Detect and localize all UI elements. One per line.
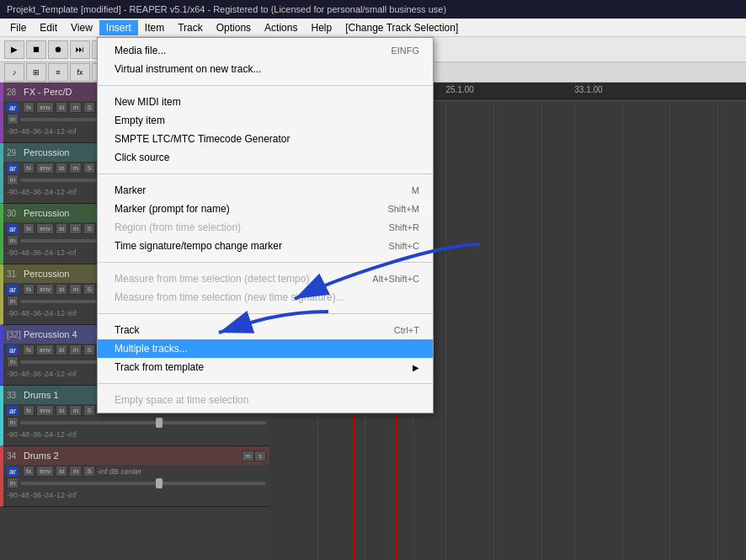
fx-btn[interactable]: fx (23, 405, 35, 416)
menu-new-midi[interactable]: New MIDI item (98, 93, 433, 111)
menu-empty-item[interactable]: Empty item (98, 111, 433, 130)
in-btn[interactable]: in (7, 114, 19, 125)
s-btn[interactable]: S (83, 405, 95, 416)
fader[interactable] (20, 482, 266, 485)
env-btn[interactable]: env (36, 405, 54, 416)
env-btn[interactable]: env (36, 284, 54, 295)
meter-label: -48 (19, 127, 29, 136)
fx-btn[interactable]: fx (23, 163, 35, 173)
menu-multiple-tracks[interactable]: Multiple tracks... (98, 339, 433, 358)
meter-label: -36 (30, 309, 41, 317)
menu-edit[interactable]: Edit (33, 20, 64, 35)
menu-help[interactable]: Help (304, 20, 338, 35)
menu-marker[interactable]: Marker M (98, 181, 433, 200)
track-mute-btn[interactable]: m (242, 451, 254, 461)
io-btn[interactable]: io (56, 163, 67, 173)
meter-label: -12 (54, 248, 65, 257)
toolbar2-btn-4[interactable]: fx (70, 63, 90, 82)
track-number: 34 (7, 451, 24, 461)
menu-virtual-instrument[interactable]: Virtual instrument on new track... (98, 60, 433, 78)
toolbar2-btn-1[interactable]: ♪ (4, 63, 24, 82)
fader-thumb (156, 418, 163, 428)
menu-item[interactable]: Item (138, 20, 171, 35)
io-btn[interactable]: io (56, 405, 67, 416)
menu-smpte[interactable]: SMPTE LTC/MTC Timecode Generator (98, 130, 433, 148)
env-btn[interactable]: env (36, 163, 54, 173)
menu-actions[interactable]: Actions (258, 20, 304, 35)
in-btn[interactable]: in (7, 174, 19, 185)
m-btn[interactable]: m (69, 466, 82, 477)
track-info-row: ar fx env io m S -inf dB center (3, 465, 269, 477)
fx-btn[interactable]: fx (23, 102, 35, 113)
meter-label: -90 (7, 309, 18, 317)
toolbar-btn-3[interactable]: ⏺ (48, 40, 68, 59)
env-btn[interactable]: env (36, 223, 54, 234)
ar-icon: ar (7, 406, 19, 416)
marker-shortcut: M (412, 185, 419, 195)
menu-marker-prompt[interactable]: Marker (prompt for name) Shift+M (98, 200, 433, 218)
s-btn[interactable]: S (83, 223, 95, 234)
meter-label: -48 (19, 430, 29, 439)
submenu-arrow-icon: ▶ (413, 363, 419, 372)
env-btn[interactable]: env (36, 102, 54, 113)
meter-label: -inf (66, 127, 77, 136)
meter-label: -36 (30, 188, 41, 196)
io-btn[interactable]: io (56, 466, 67, 477)
toolbar2-btn-3[interactable]: ≡ (48, 63, 68, 82)
s-btn[interactable]: S (83, 102, 95, 113)
menu-options[interactable]: Options (210, 20, 258, 35)
m-btn[interactable]: m (69, 102, 82, 113)
fx-btn[interactable]: fx (23, 284, 35, 295)
toolbar-btn-1[interactable]: ▶ (4, 40, 24, 59)
env-btn[interactable]: env (36, 344, 54, 355)
menu-file[interactable]: File (3, 20, 33, 35)
io-btn[interactable]: io (56, 223, 67, 234)
menu-view[interactable]: View (64, 20, 99, 35)
toolbar2-btn-2[interactable]: ⊞ (26, 63, 46, 82)
fader-thumb (156, 478, 163, 488)
m-btn[interactable]: m (69, 163, 82, 173)
s-btn[interactable]: S (83, 466, 95, 477)
m-btn[interactable]: m (69, 344, 82, 355)
track-shortcut: Ctrl+T (394, 325, 419, 335)
toolbar-btn-4[interactable]: ⏭ (70, 40, 90, 59)
measure-detect-shortcut: Alt+Shift+C (372, 274, 419, 284)
meter-label: -24 (42, 309, 53, 317)
fx-btn[interactable]: fx (23, 223, 35, 234)
meter-label: -12 (54, 127, 65, 136)
menu-click-source[interactable]: Click source (98, 148, 433, 167)
m-btn[interactable]: m (69, 284, 82, 295)
env-btn[interactable]: env (36, 466, 54, 477)
m-btn[interactable]: m (69, 223, 82, 234)
in-btn[interactable]: in (7, 296, 19, 307)
fx-btn[interactable]: fx (23, 344, 35, 355)
grid-line (445, 101, 446, 560)
menu-media-file[interactable]: Media file... EINFG (98, 41, 433, 60)
menu-change-track[interactable]: [Change Track Selection] (338, 20, 465, 35)
fx-btn[interactable]: fx (23, 466, 35, 477)
menu-insert[interactable]: Insert (99, 20, 138, 35)
menu-track-from-template[interactable]: Track from template ▶ (98, 358, 433, 376)
meter-label: -inf (66, 309, 77, 317)
s-btn[interactable]: S (83, 163, 95, 173)
in-btn[interactable]: in (7, 477, 19, 488)
meter-label: -24 (42, 188, 53, 196)
menu-divider-3 (98, 262, 433, 263)
s-btn[interactable]: S (83, 344, 95, 355)
io-btn[interactable]: io (56, 102, 67, 113)
meter-label: -36 (30, 491, 41, 499)
in-btn[interactable]: in (7, 356, 19, 367)
menu-track[interactable]: Track Ctrl+T (98, 321, 433, 339)
menu-time-signature[interactable]: Time signature/tempo change marker Shift… (98, 237, 433, 255)
virtual-instrument-label: Virtual instrument on new track... (115, 63, 262, 75)
io-btn[interactable]: io (56, 344, 67, 355)
s-btn[interactable]: S (83, 284, 95, 295)
menu-track[interactable]: Track (171, 20, 210, 35)
track-solo-btn[interactable]: s (254, 451, 266, 461)
io-btn[interactable]: io (56, 284, 67, 295)
in-btn[interactable]: in (7, 235, 19, 246)
toolbar-btn-2[interactable]: ⏹ (26, 40, 46, 59)
in-btn[interactable]: in (7, 417, 19, 428)
fader[interactable] (20, 421, 266, 424)
m-btn[interactable]: m (69, 405, 82, 416)
